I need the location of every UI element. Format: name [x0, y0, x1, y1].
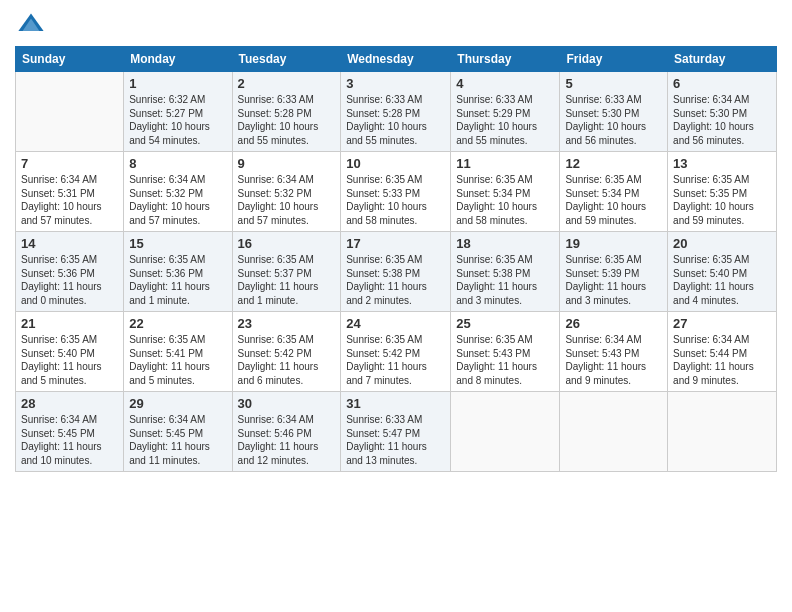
day-info: Sunrise: 6:35 AM Sunset: 5:33 PM Dayligh… — [346, 173, 445, 227]
day-info: Sunrise: 6:35 AM Sunset: 5:36 PM Dayligh… — [129, 253, 226, 307]
day-number: 19 — [565, 236, 662, 251]
calendar-header-row: SundayMondayTuesdayWednesdayThursdayFrid… — [16, 47, 777, 72]
day-info: Sunrise: 6:33 AM Sunset: 5:29 PM Dayligh… — [456, 93, 554, 147]
day-info: Sunrise: 6:35 AM Sunset: 5:39 PM Dayligh… — [565, 253, 662, 307]
day-number: 6 — [673, 76, 771, 91]
calendar-cell: 13Sunrise: 6:35 AM Sunset: 5:35 PM Dayli… — [668, 152, 777, 232]
day-info: Sunrise: 6:35 AM Sunset: 5:38 PM Dayligh… — [456, 253, 554, 307]
day-info: Sunrise: 6:32 AM Sunset: 5:27 PM Dayligh… — [129, 93, 226, 147]
calendar-week-3: 14Sunrise: 6:35 AM Sunset: 5:36 PM Dayli… — [16, 232, 777, 312]
calendar-cell: 28Sunrise: 6:34 AM Sunset: 5:45 PM Dayli… — [16, 392, 124, 472]
calendar-header-tuesday: Tuesday — [232, 47, 341, 72]
day-number: 29 — [129, 396, 226, 411]
day-number: 11 — [456, 156, 554, 171]
day-number: 24 — [346, 316, 445, 331]
calendar-cell: 5Sunrise: 6:33 AM Sunset: 5:30 PM Daylig… — [560, 72, 668, 152]
day-number: 1 — [129, 76, 226, 91]
calendar-cell — [16, 72, 124, 152]
calendar-cell: 11Sunrise: 6:35 AM Sunset: 5:34 PM Dayli… — [451, 152, 560, 232]
day-info: Sunrise: 6:33 AM Sunset: 5:30 PM Dayligh… — [565, 93, 662, 147]
day-number: 9 — [238, 156, 336, 171]
day-number: 27 — [673, 316, 771, 331]
header — [15, 10, 777, 38]
day-info: Sunrise: 6:34 AM Sunset: 5:44 PM Dayligh… — [673, 333, 771, 387]
calendar-header-saturday: Saturday — [668, 47, 777, 72]
day-info: Sunrise: 6:33 AM Sunset: 5:47 PM Dayligh… — [346, 413, 445, 467]
day-number: 4 — [456, 76, 554, 91]
day-number: 5 — [565, 76, 662, 91]
calendar-cell: 10Sunrise: 6:35 AM Sunset: 5:33 PM Dayli… — [341, 152, 451, 232]
day-info: Sunrise: 6:35 AM Sunset: 5:34 PM Dayligh… — [456, 173, 554, 227]
day-number: 8 — [129, 156, 226, 171]
logo — [15, 10, 45, 38]
calendar-cell — [560, 392, 668, 472]
day-number: 2 — [238, 76, 336, 91]
day-number: 28 — [21, 396, 118, 411]
calendar-cell: 15Sunrise: 6:35 AM Sunset: 5:36 PM Dayli… — [124, 232, 232, 312]
calendar-cell: 17Sunrise: 6:35 AM Sunset: 5:38 PM Dayli… — [341, 232, 451, 312]
calendar-cell: 20Sunrise: 6:35 AM Sunset: 5:40 PM Dayli… — [668, 232, 777, 312]
calendar-cell — [451, 392, 560, 472]
day-number: 25 — [456, 316, 554, 331]
day-number: 23 — [238, 316, 336, 331]
day-info: Sunrise: 6:33 AM Sunset: 5:28 PM Dayligh… — [238, 93, 336, 147]
day-info: Sunrise: 6:34 AM Sunset: 5:45 PM Dayligh… — [21, 413, 118, 467]
day-number: 20 — [673, 236, 771, 251]
calendar-cell — [668, 392, 777, 472]
calendar-header-wednesday: Wednesday — [341, 47, 451, 72]
calendar-header-friday: Friday — [560, 47, 668, 72]
day-number: 13 — [673, 156, 771, 171]
calendar-header-thursday: Thursday — [451, 47, 560, 72]
calendar-cell: 31Sunrise: 6:33 AM Sunset: 5:47 PM Dayli… — [341, 392, 451, 472]
calendar-cell: 2Sunrise: 6:33 AM Sunset: 5:28 PM Daylig… — [232, 72, 341, 152]
day-number: 3 — [346, 76, 445, 91]
day-number: 30 — [238, 396, 336, 411]
calendar-cell: 30Sunrise: 6:34 AM Sunset: 5:46 PM Dayli… — [232, 392, 341, 472]
day-info: Sunrise: 6:34 AM Sunset: 5:30 PM Dayligh… — [673, 93, 771, 147]
calendar-header-monday: Monday — [124, 47, 232, 72]
calendar-cell: 1Sunrise: 6:32 AM Sunset: 5:27 PM Daylig… — [124, 72, 232, 152]
day-number: 17 — [346, 236, 445, 251]
calendar-cell: 14Sunrise: 6:35 AM Sunset: 5:36 PM Dayli… — [16, 232, 124, 312]
calendar-week-5: 28Sunrise: 6:34 AM Sunset: 5:45 PM Dayli… — [16, 392, 777, 472]
day-info: Sunrise: 6:35 AM Sunset: 5:41 PM Dayligh… — [129, 333, 226, 387]
calendar-cell: 26Sunrise: 6:34 AM Sunset: 5:43 PM Dayli… — [560, 312, 668, 392]
day-info: Sunrise: 6:33 AM Sunset: 5:28 PM Dayligh… — [346, 93, 445, 147]
calendar-cell: 21Sunrise: 6:35 AM Sunset: 5:40 PM Dayli… — [16, 312, 124, 392]
day-info: Sunrise: 6:35 AM Sunset: 5:40 PM Dayligh… — [673, 253, 771, 307]
day-number: 31 — [346, 396, 445, 411]
calendar-cell: 7Sunrise: 6:34 AM Sunset: 5:31 PM Daylig… — [16, 152, 124, 232]
day-info: Sunrise: 6:35 AM Sunset: 5:35 PM Dayligh… — [673, 173, 771, 227]
day-number: 14 — [21, 236, 118, 251]
calendar-cell: 22Sunrise: 6:35 AM Sunset: 5:41 PM Dayli… — [124, 312, 232, 392]
day-info: Sunrise: 6:34 AM Sunset: 5:32 PM Dayligh… — [129, 173, 226, 227]
day-info: Sunrise: 6:34 AM Sunset: 5:45 PM Dayligh… — [129, 413, 226, 467]
page: SundayMondayTuesdayWednesdayThursdayFrid… — [0, 0, 792, 482]
calendar-cell: 25Sunrise: 6:35 AM Sunset: 5:43 PM Dayli… — [451, 312, 560, 392]
day-info: Sunrise: 6:34 AM Sunset: 5:46 PM Dayligh… — [238, 413, 336, 467]
calendar-cell: 6Sunrise: 6:34 AM Sunset: 5:30 PM Daylig… — [668, 72, 777, 152]
day-number: 21 — [21, 316, 118, 331]
day-info: Sunrise: 6:35 AM Sunset: 5:42 PM Dayligh… — [346, 333, 445, 387]
calendar-cell: 24Sunrise: 6:35 AM Sunset: 5:42 PM Dayli… — [341, 312, 451, 392]
day-number: 10 — [346, 156, 445, 171]
day-info: Sunrise: 6:35 AM Sunset: 5:42 PM Dayligh… — [238, 333, 336, 387]
day-number: 26 — [565, 316, 662, 331]
day-info: Sunrise: 6:35 AM Sunset: 5:40 PM Dayligh… — [21, 333, 118, 387]
calendar-cell: 23Sunrise: 6:35 AM Sunset: 5:42 PM Dayli… — [232, 312, 341, 392]
day-info: Sunrise: 6:34 AM Sunset: 5:43 PM Dayligh… — [565, 333, 662, 387]
calendar-week-1: 1Sunrise: 6:32 AM Sunset: 5:27 PM Daylig… — [16, 72, 777, 152]
calendar-cell: 16Sunrise: 6:35 AM Sunset: 5:37 PM Dayli… — [232, 232, 341, 312]
day-info: Sunrise: 6:34 AM Sunset: 5:31 PM Dayligh… — [21, 173, 118, 227]
calendar-week-2: 7Sunrise: 6:34 AM Sunset: 5:31 PM Daylig… — [16, 152, 777, 232]
calendar-header-sunday: Sunday — [16, 47, 124, 72]
day-info: Sunrise: 6:35 AM Sunset: 5:43 PM Dayligh… — [456, 333, 554, 387]
day-number: 18 — [456, 236, 554, 251]
calendar-week-4: 21Sunrise: 6:35 AM Sunset: 5:40 PM Dayli… — [16, 312, 777, 392]
day-info: Sunrise: 6:35 AM Sunset: 5:37 PM Dayligh… — [238, 253, 336, 307]
calendar-cell: 19Sunrise: 6:35 AM Sunset: 5:39 PM Dayli… — [560, 232, 668, 312]
calendar-cell: 9Sunrise: 6:34 AM Sunset: 5:32 PM Daylig… — [232, 152, 341, 232]
calendar-cell: 12Sunrise: 6:35 AM Sunset: 5:34 PM Dayli… — [560, 152, 668, 232]
calendar-cell: 4Sunrise: 6:33 AM Sunset: 5:29 PM Daylig… — [451, 72, 560, 152]
day-info: Sunrise: 6:34 AM Sunset: 5:32 PM Dayligh… — [238, 173, 336, 227]
